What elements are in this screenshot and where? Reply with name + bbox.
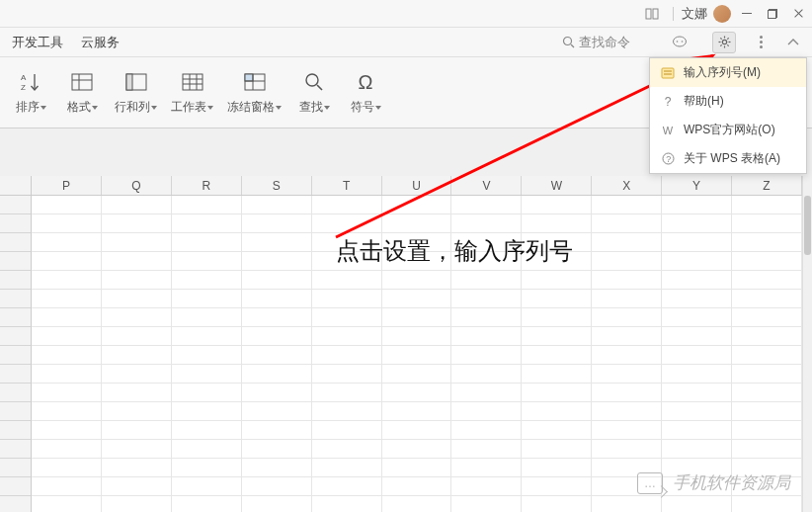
cell[interactable] [102,233,172,252]
cell[interactable] [732,440,802,459]
cell[interactable] [451,477,522,496]
cell[interactable] [312,384,382,402]
cell[interactable] [312,196,382,214]
cell[interactable] [382,402,452,421]
cell[interactable] [312,327,382,346]
cell[interactable] [382,384,452,402]
cell[interactable] [102,327,172,346]
cell[interactable] [32,308,102,327]
cell[interactable] [522,271,592,290]
cell[interactable] [522,214,592,233]
cell[interactable] [242,308,312,327]
col-header[interactable]: T [312,176,382,195]
col-header[interactable]: Y [662,176,732,195]
scrollbar-thumb[interactable] [804,196,811,255]
cell[interactable] [662,327,732,346]
cell[interactable] [732,196,802,214]
col-header[interactable]: S [242,176,312,195]
cell[interactable] [451,402,522,421]
cell[interactable] [522,496,592,512]
spreadsheet-grid[interactable]: P Q R S T U V W X Y Z [0,176,812,512]
cell[interactable] [102,271,172,290]
cell[interactable] [312,421,382,440]
user-info[interactable]: 文娜 [682,5,731,23]
cell[interactable] [382,459,452,477]
menu-help[interactable]: ? 帮助(H) [650,87,806,116]
cell[interactable] [32,402,102,421]
col-header[interactable]: V [451,176,522,195]
cell[interactable] [382,477,452,496]
cell[interactable] [102,477,172,496]
cell[interactable] [662,365,732,384]
cell[interactable] [522,477,592,496]
cell[interactable] [451,365,522,384]
cell[interactable] [172,214,242,233]
cell[interactable] [32,327,102,346]
cell[interactable] [522,440,592,459]
row-header[interactable] [0,459,32,477]
cell[interactable] [172,421,242,440]
cell[interactable] [451,196,522,214]
cell[interactable] [592,327,662,346]
cell[interactable] [102,214,172,233]
cell[interactable] [312,459,382,477]
cell[interactable] [382,308,452,327]
cell[interactable] [592,440,662,459]
row-header[interactable] [0,496,32,512]
cell[interactable] [451,308,522,327]
cell[interactable] [451,459,522,477]
cell[interactable] [592,421,662,440]
cell[interactable] [32,440,102,459]
row-header[interactable] [0,365,32,384]
cell[interactable] [32,290,102,308]
row-header[interactable] [0,477,32,496]
cell[interactable] [172,459,242,477]
col-header[interactable]: X [592,176,662,195]
cell[interactable] [242,327,312,346]
cell[interactable] [382,421,452,440]
cell[interactable] [172,308,242,327]
cell[interactable] [312,365,382,384]
cell[interactable] [32,496,102,512]
cell[interactable] [102,252,172,271]
tool-freeze[interactable]: 冻结窗格 [227,69,282,116]
cell[interactable] [242,290,312,308]
cell[interactable] [522,346,592,365]
cell[interactable] [312,440,382,459]
table-row[interactable] [0,308,802,327]
table-row[interactable] [0,402,802,421]
table-row[interactable] [0,346,802,365]
cell[interactable] [592,233,662,252]
cell[interactable] [592,252,662,271]
row-header[interactable] [0,384,32,402]
cell[interactable] [662,308,732,327]
cell[interactable] [662,290,732,308]
cell[interactable] [522,365,592,384]
minimize-button[interactable] [741,8,753,20]
tab-devtools[interactable]: 开发工具 [12,34,63,51]
cell[interactable] [32,477,102,496]
cell[interactable] [732,308,802,327]
tab-cloud[interactable]: 云服务 [81,34,120,51]
cell[interactable] [172,290,242,308]
close-button[interactable] [792,8,804,20]
cell[interactable] [732,421,802,440]
row-header[interactable] [0,252,32,271]
col-header[interactable]: W [522,176,592,195]
cell[interactable] [312,346,382,365]
cell[interactable] [451,384,522,402]
cell[interactable] [732,252,802,271]
cell[interactable] [32,214,102,233]
cell[interactable] [242,346,312,365]
cell[interactable] [662,252,732,271]
row-header[interactable] [0,271,32,290]
cell[interactable] [242,233,312,252]
row-header[interactable] [0,421,32,440]
cell[interactable] [522,196,592,214]
cell[interactable] [172,196,242,214]
cell[interactable] [732,271,802,290]
cell[interactable] [592,346,662,365]
cell[interactable] [382,214,452,233]
col-header[interactable]: R [172,176,242,195]
collapse-ribbon-icon[interactable] [786,38,800,47]
